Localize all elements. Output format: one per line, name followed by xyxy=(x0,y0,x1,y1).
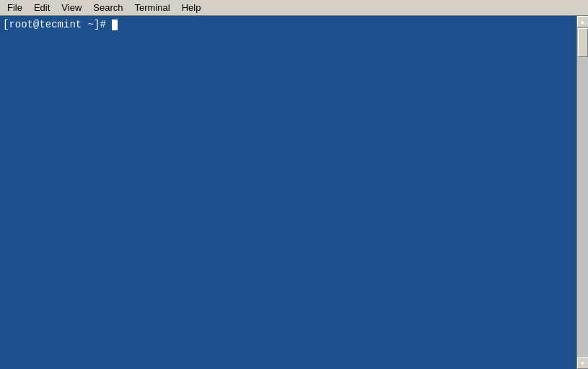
terminal-cursor xyxy=(112,19,118,30)
scrollbar-thumb[interactable] xyxy=(578,28,588,57)
menubar: File Edit View Search Terminal Help xyxy=(0,0,588,16)
scrollbar[interactable]: ▲ ▼ xyxy=(576,16,588,369)
scrollbar-up-button[interactable]: ▲ xyxy=(577,16,589,27)
menu-file[interactable]: File xyxy=(1,0,28,15)
menu-help[interactable]: Help xyxy=(176,0,207,15)
menu-terminal[interactable]: Terminal xyxy=(129,0,176,15)
prompt-text: [root@tecmint ~]# xyxy=(3,19,112,30)
menu-edit[interactable]: Edit xyxy=(28,0,56,15)
terminal-content: [root@tecmint ~]# xyxy=(3,19,585,366)
menu-search[interactable]: Search xyxy=(87,0,128,15)
terminal-window[interactable]: [root@tecmint ~]# ▲ ▼ xyxy=(0,16,588,369)
menu-view[interactable]: View xyxy=(56,0,87,15)
prompt-line: [root@tecmint ~]# xyxy=(3,19,585,30)
scrollbar-down-button[interactable]: ▼ xyxy=(577,357,589,369)
